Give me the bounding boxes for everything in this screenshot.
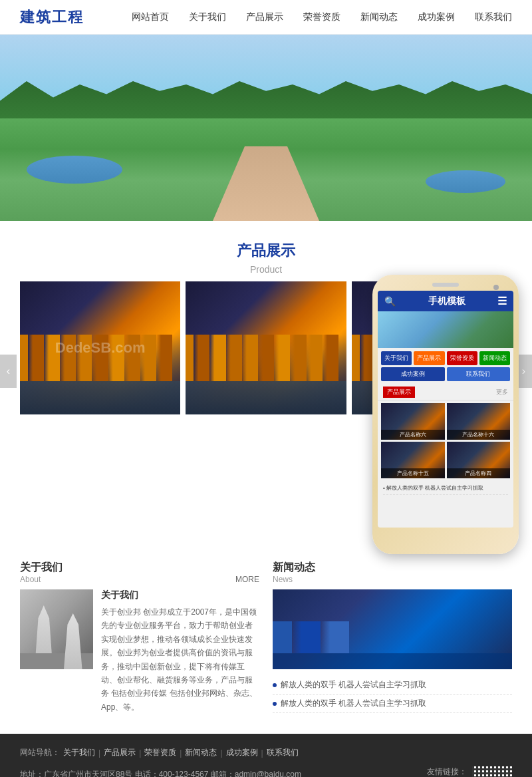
phone-product-label-4: 产品名称四 xyxy=(447,468,511,478)
hero-landscape xyxy=(0,35,532,221)
product-image-2[interactable] xyxy=(186,281,346,414)
footer-nav-about[interactable]: 关于我们 xyxy=(63,747,95,758)
hero-water-left xyxy=(27,156,122,184)
footer-sep-5: | xyxy=(261,748,263,758)
nav-honors[interactable]: 荣誉资质 xyxy=(303,11,340,23)
about-section: 关于我们 About MORE 关于我们 关于创业邦 创业邦成立于2007年，是… xyxy=(20,561,259,714)
phone-product-label-3: 产品名称十五 xyxy=(381,468,445,478)
chevron-left-icon: ‹ xyxy=(7,365,10,377)
nav-home[interactable]: 网站首页 xyxy=(132,11,169,23)
footer-nav-label: 网站导航： xyxy=(20,747,60,758)
nav-cases[interactable]: 成功案例 xyxy=(418,11,455,23)
news-subtitle: News xyxy=(273,575,315,584)
footer-sep-1: | xyxy=(98,748,100,758)
about-content: 关于我们 关于创业邦 创业邦成立于2007年，是中国领先的专业创业服务平台，致力… xyxy=(20,589,259,714)
footer-sep-2: | xyxy=(139,748,141,758)
phone-menu-icon: ☰ xyxy=(497,295,507,307)
phone-title: 手机模板 xyxy=(428,295,466,307)
news-item-2[interactable]: 解放人类的双手 机器人尝试自主学习抓取 xyxy=(273,695,512,713)
logo: 建筑工程 xyxy=(20,7,100,27)
footer-nav-honors[interactable]: 荣誉资质 xyxy=(144,747,176,758)
hero-banner xyxy=(0,35,532,221)
news-item-text-2: 解放人类的双手 机器人尝试自主学习抓取 xyxy=(281,698,426,709)
product-title: 产品展示 xyxy=(0,241,532,261)
nav-contact[interactable]: 联系我们 xyxy=(475,11,512,23)
phone-nav-grid: 关于我们 产品展示 荣誉资质 新闻动态 xyxy=(378,348,513,367)
water-reflection-1 xyxy=(20,381,180,414)
nav-news[interactable]: 新闻动态 xyxy=(360,11,398,23)
phone-product-label-1: 产品名称六 xyxy=(381,430,445,440)
phone-speaker xyxy=(432,283,459,287)
phone-nav-grid2: 成功案例 联系我们 xyxy=(378,367,513,385)
footer-nav-products[interactable]: 产品展示 xyxy=(104,747,136,758)
phone-product-item-1[interactable]: 产品名称六 xyxy=(381,403,445,440)
nav-about[interactable]: 关于我们 xyxy=(189,11,226,23)
footer-sep-4: | xyxy=(220,748,222,758)
news-dot-2 xyxy=(273,702,277,706)
chevron-right-icon: › xyxy=(522,365,525,377)
about-subtitle-row: 关于我们 About MORE xyxy=(20,561,259,584)
phone-camera xyxy=(493,285,499,290)
about-title: 关于我们 xyxy=(20,561,63,575)
about-text-block: 关于我们 关于创业邦 创业邦成立于2007年，是中国领先的专业创业服务平台，致力… xyxy=(101,589,259,714)
phone-product-item-4[interactable]: 产品名称四 xyxy=(447,442,511,478)
news-dot-1 xyxy=(273,683,277,687)
footer: 网站导航： 关于我们 | 产品展示 | 荣誉资质 | 新闻动态 | 成功案例 |… xyxy=(0,734,532,777)
product-subtitle: Product xyxy=(0,264,532,275)
phone-product-header: 产品展示 更多 xyxy=(378,385,513,400)
about-content-text: 关于创业邦 创业邦成立于2007年，是中国领先的专业创业服务平台，致力于帮助创业… xyxy=(101,605,259,714)
about-news-wrapper: 关于我们 About MORE 关于我们 关于创业邦 创业邦成立于2007年，是… xyxy=(0,561,532,734)
watermark: DedeSB.com xyxy=(55,339,146,357)
about-more-link[interactable]: MORE xyxy=(235,575,259,584)
news-subtitle-row: 新闻动态 News xyxy=(273,561,512,584)
phone-news: • 解放人类的双手 机器人尝试自主学习抓取 xyxy=(378,481,513,497)
news-items: 解放人类的双手 机器人尝试自主学习抓取 解放人类的双手 机器人尝试自主学习抓取 xyxy=(273,676,512,713)
phone-outer: 🔍 手机模板 ☰ 关于我们 产品展示 荣誉资质 新闻动态 成功案例 联系我们 xyxy=(372,275,519,554)
phone-nav-contact[interactable]: 联系我们 xyxy=(447,367,511,381)
footer-sep-3: | xyxy=(180,748,182,758)
phone-products-grid: 产品名称六 产品名称十六 产品名称十五 产品名称四 xyxy=(378,400,513,481)
phone-nav-about[interactable]: 关于我们 xyxy=(381,351,412,365)
products-phone-wrapper: ‹ DedeSB.com › 🔍 手机模板 ☰ xyxy=(0,281,532,561)
phone-product-label: 产品展示 xyxy=(383,387,415,398)
product-image-1[interactable]: DedeSB.com xyxy=(20,281,180,414)
phone-hero xyxy=(378,311,513,348)
about-img-ground xyxy=(20,653,93,669)
nav-products[interactable]: 产品展示 xyxy=(246,11,283,23)
footer-nav-news[interactable]: 新闻动态 xyxy=(185,747,217,758)
phone-nav-honors[interactable]: 荣誉资质 xyxy=(447,351,477,365)
footer-nav-contact[interactable]: 联系我们 xyxy=(267,747,299,758)
footer-qr-area: 友情链接： xyxy=(427,766,512,777)
footer-address: 地址：广东省广州市天河区88号 电话：400-123-4567 邮箱：admin… xyxy=(20,766,301,777)
header: 建筑工程 网站首页 关于我们 产品展示 荣誉资质 新闻动态 成功案例 联系我们 xyxy=(0,0,532,35)
footer-bottom: 地址：广东省广州市天河区88号 电话：400-123-4567 邮箱：admin… xyxy=(20,766,512,777)
qr-inner xyxy=(472,766,512,777)
phone-product-item-2[interactable]: 产品名称十六 xyxy=(447,403,511,440)
phone-mockup: 🔍 手机模板 ☰ 关于我们 产品展示 荣誉资质 新闻动态 成功案例 联系我们 xyxy=(372,275,519,554)
phone-nav-products[interactable]: 产品展示 xyxy=(414,351,444,365)
phone-product-item-3[interactable]: 产品名称十五 xyxy=(381,442,445,478)
phone-more[interactable]: 更多 xyxy=(496,388,508,396)
phone-news-item-1: • 解放人类的双手 机器人尝试自主学习抓取 xyxy=(383,483,508,495)
qr-code xyxy=(472,766,512,777)
about-image xyxy=(20,589,93,669)
news-title-group: 新闻动态 News xyxy=(273,561,315,584)
about-title-group: 关于我们 About xyxy=(20,561,63,584)
main-nav: 网站首页 关于我们 产品展示 荣誉资质 新闻动态 成功案例 联系我们 xyxy=(132,11,512,23)
phone-header: 🔍 手机模板 ☰ xyxy=(378,291,513,311)
news-title: 新闻动态 xyxy=(273,561,315,575)
about-content-title: 关于我们 xyxy=(101,589,259,601)
news-image xyxy=(273,589,512,669)
about-subtitle: About xyxy=(20,575,63,584)
phone-search-icon: 🔍 xyxy=(384,296,396,307)
news-item-1[interactable]: 解放人类的双手 机器人尝试自主学习抓取 xyxy=(273,676,512,695)
footer-nav-cases[interactable]: 成功案例 xyxy=(226,747,258,758)
phone-screen: 🔍 手机模板 ☰ 关于我们 产品展示 荣誉资质 新闻动态 成功案例 联系我们 xyxy=(378,291,513,528)
footer-info: 地址：广东省广州市天河区88号 电话：400-123-4567 邮箱：admin… xyxy=(20,766,301,777)
hero-water-right xyxy=(426,170,505,193)
news-item-text-1: 解放人类的双手 机器人尝试自主学习抓取 xyxy=(281,679,426,691)
phone-nav-news[interactable]: 新闻动态 xyxy=(479,351,510,365)
footer-friend-links: 友情链接： xyxy=(427,766,467,777)
prev-arrow[interactable]: ‹ xyxy=(0,355,17,388)
phone-nav-cases[interactable]: 成功案例 xyxy=(381,367,445,381)
